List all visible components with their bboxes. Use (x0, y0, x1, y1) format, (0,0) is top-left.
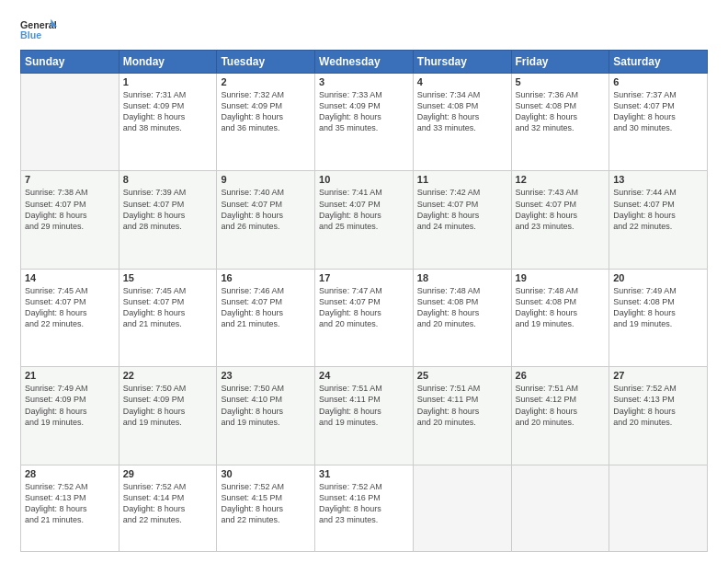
calendar-cell: 16Sunrise: 7:46 AM Sunset: 4:07 PM Dayli… (217, 269, 315, 366)
weekday-header-sunday: Sunday (21, 51, 119, 74)
calendar-cell (413, 465, 511, 551)
calendar-cell: 15Sunrise: 7:45 AM Sunset: 4:07 PM Dayli… (119, 269, 217, 366)
day-number: 13 (613, 174, 703, 185)
calendar-cell: 26Sunrise: 7:51 AM Sunset: 4:12 PM Dayli… (511, 367, 609, 465)
day-info: Sunrise: 7:43 AM Sunset: 4:07 PM Dayligh… (516, 187, 606, 232)
calendar-cell: 4Sunrise: 7:34 AM Sunset: 4:08 PM Daylig… (413, 74, 511, 171)
day-info: Sunrise: 7:48 AM Sunset: 4:08 PM Dayligh… (417, 285, 507, 330)
day-info: Sunrise: 7:52 AM Sunset: 4:13 PM Dayligh… (25, 481, 115, 526)
calendar-cell: 3Sunrise: 7:33 AM Sunset: 4:09 PM Daylig… (315, 74, 414, 171)
day-number: 27 (613, 370, 703, 381)
calendar-cell: 18Sunrise: 7:48 AM Sunset: 4:08 PM Dayli… (413, 269, 511, 366)
day-info: Sunrise: 7:34 AM Sunset: 4:08 PM Dayligh… (417, 89, 507, 134)
calendar-cell: 22Sunrise: 7:50 AM Sunset: 4:09 PM Dayli… (119, 367, 217, 465)
day-info: Sunrise: 7:49 AM Sunset: 4:09 PM Dayligh… (25, 383, 115, 428)
calendar-cell: 29Sunrise: 7:52 AM Sunset: 4:14 PM Dayli… (119, 465, 217, 551)
day-info: Sunrise: 7:33 AM Sunset: 4:09 PM Dayligh… (319, 89, 409, 134)
day-info: Sunrise: 7:39 AM Sunset: 4:07 PM Dayligh… (123, 187, 213, 232)
logo-svg: General Blue (20, 17, 57, 42)
svg-text:Blue: Blue (20, 29, 41, 40)
day-info: Sunrise: 7:48 AM Sunset: 4:08 PM Dayligh… (516, 285, 606, 330)
calendar-cell: 8Sunrise: 7:39 AM Sunset: 4:07 PM Daylig… (119, 171, 217, 269)
day-info: Sunrise: 7:52 AM Sunset: 4:15 PM Dayligh… (221, 481, 311, 526)
calendar-cell: 13Sunrise: 7:44 AM Sunset: 4:07 PM Dayli… (609, 171, 708, 269)
day-number: 9 (221, 174, 311, 185)
day-number: 6 (613, 76, 703, 87)
weekday-header-tuesday: Tuesday (217, 51, 315, 74)
day-number: 29 (123, 468, 213, 479)
day-info: Sunrise: 7:45 AM Sunset: 4:07 PM Dayligh… (123, 285, 213, 330)
day-info: Sunrise: 7:38 AM Sunset: 4:07 PM Dayligh… (25, 187, 115, 232)
calendar-cell: 7Sunrise: 7:38 AM Sunset: 4:07 PM Daylig… (21, 171, 119, 269)
calendar-week-row: 21Sunrise: 7:49 AM Sunset: 4:09 PM Dayli… (21, 367, 708, 465)
day-number: 21 (25, 370, 115, 381)
day-number: 24 (319, 370, 409, 381)
weekday-header-thursday: Thursday (413, 51, 511, 74)
weekday-header-friday: Friday (511, 51, 609, 74)
calendar-cell: 21Sunrise: 7:49 AM Sunset: 4:09 PM Dayli… (21, 367, 119, 465)
day-number: 8 (123, 174, 213, 185)
day-number: 5 (516, 76, 606, 87)
day-number: 12 (516, 174, 606, 185)
calendar-cell: 17Sunrise: 7:47 AM Sunset: 4:07 PM Dayli… (315, 269, 414, 366)
day-info: Sunrise: 7:52 AM Sunset: 4:16 PM Dayligh… (319, 481, 409, 526)
calendar-cell: 12Sunrise: 7:43 AM Sunset: 4:07 PM Dayli… (511, 171, 609, 269)
day-number: 26 (516, 370, 606, 381)
calendar-cell: 6Sunrise: 7:37 AM Sunset: 4:07 PM Daylig… (609, 74, 708, 171)
day-info: Sunrise: 7:40 AM Sunset: 4:07 PM Dayligh… (221, 187, 311, 232)
weekday-header-wednesday: Wednesday (315, 51, 414, 74)
calendar-cell: 31Sunrise: 7:52 AM Sunset: 4:16 PM Dayli… (315, 465, 414, 551)
calendar-week-row: 14Sunrise: 7:45 AM Sunset: 4:07 PM Dayli… (21, 269, 708, 366)
day-number: 28 (25, 468, 115, 479)
calendar-cell (21, 74, 119, 171)
weekday-header-monday: Monday (119, 51, 217, 74)
day-info: Sunrise: 7:52 AM Sunset: 4:13 PM Dayligh… (613, 383, 703, 428)
day-info: Sunrise: 7:47 AM Sunset: 4:07 PM Dayligh… (319, 285, 409, 330)
day-info: Sunrise: 7:41 AM Sunset: 4:07 PM Dayligh… (319, 187, 409, 232)
calendar-table: SundayMondayTuesdayWednesdayThursdayFrid… (20, 50, 708, 552)
calendar-cell: 24Sunrise: 7:51 AM Sunset: 4:11 PM Dayli… (315, 367, 414, 465)
day-number: 19 (516, 272, 606, 283)
day-info: Sunrise: 7:32 AM Sunset: 4:09 PM Dayligh… (221, 89, 311, 134)
day-number: 11 (417, 174, 507, 185)
calendar-cell: 1Sunrise: 7:31 AM Sunset: 4:09 PM Daylig… (119, 74, 217, 171)
day-number: 25 (417, 370, 507, 381)
day-info: Sunrise: 7:42 AM Sunset: 4:07 PM Dayligh… (417, 187, 507, 232)
calendar-cell: 30Sunrise: 7:52 AM Sunset: 4:15 PM Dayli… (217, 465, 315, 551)
day-number: 20 (613, 272, 703, 283)
day-info: Sunrise: 7:51 AM Sunset: 4:12 PM Dayligh… (516, 383, 606, 428)
day-info: Sunrise: 7:50 AM Sunset: 4:09 PM Dayligh… (123, 383, 213, 428)
day-number: 30 (221, 468, 311, 479)
day-info: Sunrise: 7:49 AM Sunset: 4:08 PM Dayligh… (613, 285, 703, 330)
weekday-header-row: SundayMondayTuesdayWednesdayThursdayFrid… (21, 51, 708, 74)
day-info: Sunrise: 7:31 AM Sunset: 4:09 PM Dayligh… (123, 89, 213, 134)
day-number: 1 (123, 76, 213, 87)
calendar-cell: 9Sunrise: 7:40 AM Sunset: 4:07 PM Daylig… (217, 171, 315, 269)
calendar-week-row: 1Sunrise: 7:31 AM Sunset: 4:09 PM Daylig… (21, 74, 708, 171)
day-info: Sunrise: 7:51 AM Sunset: 4:11 PM Dayligh… (319, 383, 409, 428)
day-number: 22 (123, 370, 213, 381)
calendar-cell: 28Sunrise: 7:52 AM Sunset: 4:13 PM Dayli… (21, 465, 119, 551)
day-number: 16 (221, 272, 311, 283)
day-number: 15 (123, 272, 213, 283)
calendar-cell (609, 465, 708, 551)
calendar-cell: 11Sunrise: 7:42 AM Sunset: 4:07 PM Dayli… (413, 171, 511, 269)
day-number: 4 (417, 76, 507, 87)
day-number: 23 (221, 370, 311, 381)
calendar-cell: 2Sunrise: 7:32 AM Sunset: 4:09 PM Daylig… (217, 74, 315, 171)
day-info: Sunrise: 7:46 AM Sunset: 4:07 PM Dayligh… (221, 285, 311, 330)
calendar-cell: 14Sunrise: 7:45 AM Sunset: 4:07 PM Dayli… (21, 269, 119, 366)
logo: General Blue (20, 17, 57, 42)
day-info: Sunrise: 7:45 AM Sunset: 4:07 PM Dayligh… (25, 285, 115, 330)
calendar-cell: 25Sunrise: 7:51 AM Sunset: 4:11 PM Dayli… (413, 367, 511, 465)
calendar-cell: 20Sunrise: 7:49 AM Sunset: 4:08 PM Dayli… (609, 269, 708, 366)
day-info: Sunrise: 7:52 AM Sunset: 4:14 PM Dayligh… (123, 481, 213, 526)
day-info: Sunrise: 7:50 AM Sunset: 4:10 PM Dayligh… (221, 383, 311, 428)
calendar-week-row: 7Sunrise: 7:38 AM Sunset: 4:07 PM Daylig… (21, 171, 708, 269)
day-number: 14 (25, 272, 115, 283)
day-number: 7 (25, 174, 115, 185)
calendar-cell (511, 465, 609, 551)
calendar-cell: 5Sunrise: 7:36 AM Sunset: 4:08 PM Daylig… (511, 74, 609, 171)
day-number: 31 (319, 468, 409, 479)
day-number: 17 (319, 272, 409, 283)
